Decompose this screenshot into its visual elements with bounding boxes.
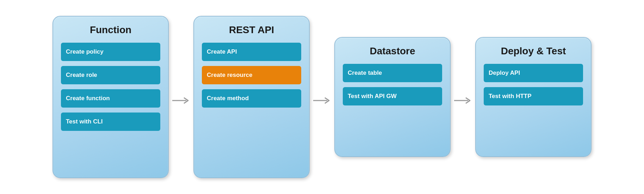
panel-datastore: Datastore Create table Test with API GW (334, 37, 451, 157)
arrow-3 (451, 93, 475, 108)
btn-create-function[interactable]: Create function (61, 89, 160, 108)
panel-deploy-title: Deploy & Test (484, 46, 583, 57)
btn-create-api[interactable]: Create API (202, 43, 301, 61)
panel-rest-api: REST API Create API Create resource Crea… (193, 16, 310, 178)
btn-create-policy[interactable]: Create policy (61, 43, 160, 61)
panel-function-title: Function (61, 24, 160, 36)
btn-create-table[interactable]: Create table (343, 64, 442, 82)
panel-rest-api-title: REST API (202, 24, 301, 36)
diagram: Function Create policy Create role Creat… (42, 9, 602, 185)
panel-datastore-title: Datastore (343, 46, 442, 57)
btn-test-http[interactable]: Test with HTTP (484, 87, 583, 105)
arrow-2 (310, 93, 334, 108)
btn-test-api-gw[interactable]: Test with API GW (343, 87, 442, 105)
btn-deploy-api[interactable]: Deploy API (484, 64, 583, 82)
panel-deploy-test: Deploy & Test Deploy API Test with HTTP (475, 37, 592, 157)
btn-create-role[interactable]: Create role (61, 66, 160, 84)
btn-create-resource[interactable]: Create resource (202, 66, 301, 84)
btn-create-method[interactable]: Create method (202, 89, 301, 108)
btn-test-cli[interactable]: Test with CLI (61, 113, 160, 131)
panel-function: Function Create policy Create role Creat… (52, 16, 169, 178)
arrow-1 (169, 93, 193, 108)
